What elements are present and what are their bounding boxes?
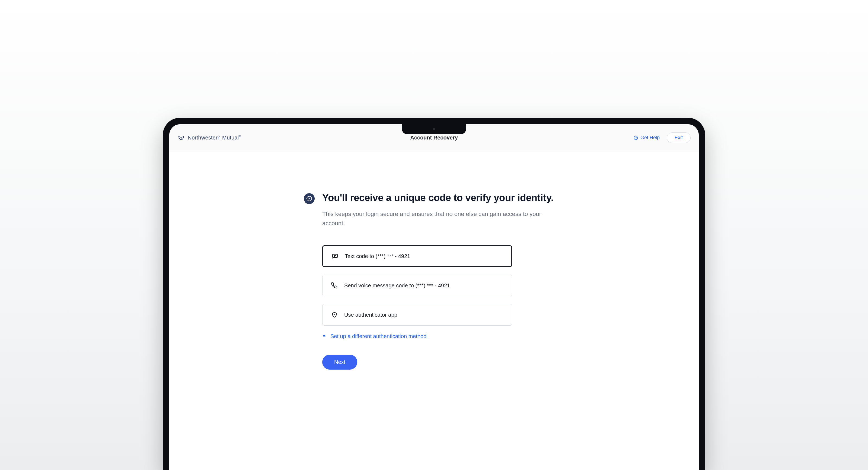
shield-icon xyxy=(331,312,338,318)
help-icon xyxy=(633,136,638,140)
option-label: Text code to (***) *** - 4921 xyxy=(345,253,410,259)
next-button[interactable]: Next xyxy=(322,355,357,370)
setup-different-method-link[interactable]: Set up a different authentication method xyxy=(322,333,558,340)
flag-icon xyxy=(322,334,327,339)
svg-rect-2 xyxy=(333,254,337,258)
message-icon xyxy=(332,253,338,259)
laptop-bezel: Northwestern Mutual® Account Recovery Ge… xyxy=(163,118,705,470)
phone-icon xyxy=(331,282,338,289)
option-label: Send voice message code to (***) *** - 4… xyxy=(344,283,450,289)
brand-logo: Northwestern Mutual® xyxy=(177,134,241,142)
laptop-mockup: Northwestern Mutual® Account Recovery Ge… xyxy=(163,118,705,470)
exit-button[interactable]: Exit xyxy=(667,133,691,143)
camera-icon xyxy=(433,128,435,130)
verify-badge-icon xyxy=(304,193,315,204)
get-help-link[interactable]: Get Help xyxy=(633,135,660,141)
svg-point-1 xyxy=(636,139,636,139)
option-label: Use authenticator app xyxy=(344,312,397,318)
header-actions: Get Help Exit xyxy=(633,133,691,143)
option-voice-code[interactable]: Send voice message code to (***) *** - 4… xyxy=(322,275,512,296)
title-row: You'll receive a unique code to verify y… xyxy=(304,192,564,370)
main-content: You'll receive a unique code to verify y… xyxy=(169,151,699,470)
laptop-notch xyxy=(402,124,466,134)
page-heading: You'll receive a unique code to verify y… xyxy=(322,192,558,204)
laptop-screen: Northwestern Mutual® Account Recovery Ge… xyxy=(169,124,699,470)
option-authenticator[interactable]: Use authenticator app xyxy=(322,304,512,326)
title-text-block: You'll receive a unique code to verify y… xyxy=(322,192,558,370)
app-window: Northwestern Mutual® Account Recovery Ge… xyxy=(169,124,699,470)
page-title: Account Recovery xyxy=(169,135,699,141)
alt-method-label: Set up a different authentication method xyxy=(330,333,426,340)
verification-panel: You'll receive a unique code to verify y… xyxy=(304,192,564,470)
get-help-label: Get Help xyxy=(641,135,660,141)
option-text-code[interactable]: Text code to (***) *** - 4921 xyxy=(322,245,512,267)
brand-text: Northwestern Mutual® xyxy=(188,135,241,141)
northwestern-mutual-icon xyxy=(177,134,185,142)
page-subtitle: This keeps your login secure and ensures… xyxy=(322,209,558,228)
svg-point-3 xyxy=(334,314,335,315)
verification-options: Text code to (***) *** - 4921 Send voice… xyxy=(322,245,558,370)
